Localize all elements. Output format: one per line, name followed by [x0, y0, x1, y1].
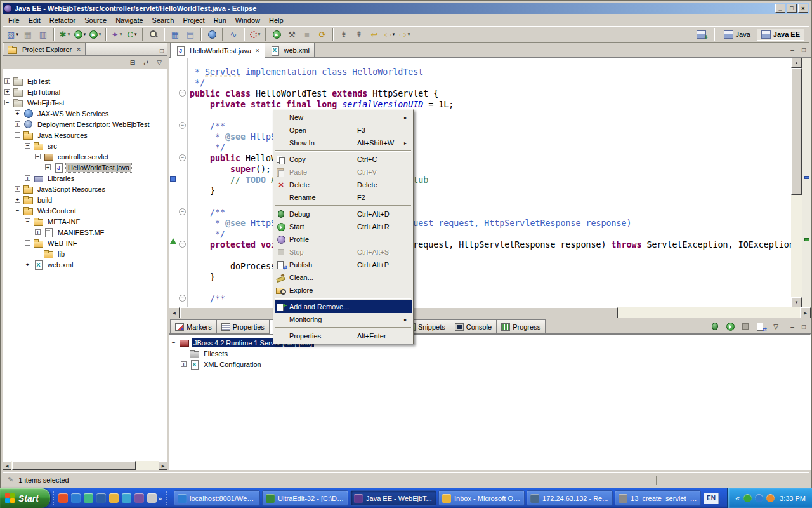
- menu-item-new[interactable]: New▸: [275, 111, 412, 124]
- menu-item-show-in[interactable]: Show InAlt+Shift+W▸: [275, 137, 412, 149]
- toolbar-ant-build-button[interactable]: ⚒: [284, 27, 299, 41]
- expand-plus-icon[interactable]: +: [15, 197, 20, 203]
- menu-item-delete[interactable]: DeleteDelete: [275, 178, 412, 191]
- editor-tab-helloworldtest-java[interactable]: JHelloWorldTest.java✕: [170, 43, 265, 58]
- expand-plus-icon[interactable]: +: [45, 164, 51, 170]
- volume-icon[interactable]: [766, 494, 775, 502]
- menubar-file[interactable]: File: [4, 15, 24, 25]
- editor-hscrollbar[interactable]: ◀ ▶: [169, 307, 811, 318]
- server-item-filesets[interactable]: Filesets: [169, 348, 810, 359]
- scroll-up-icon[interactable]: ▲: [791, 58, 802, 68]
- start-button[interactable]: Start: [0, 488, 50, 508]
- menubar-help[interactable]: Help: [265, 15, 288, 25]
- toolbar-forward-button[interactable]: ⇨▾: [397, 27, 412, 41]
- servers-stop-server-button[interactable]: [738, 321, 752, 332]
- quick-launch-globe-icon[interactable]: [122, 493, 131, 503]
- taskbar-task-ultraedit-32-c-do[interactable]: UltraEdit-32 - [C:\Do...: [262, 490, 348, 506]
- taskbar-task-13-create-servlet-fi[interactable]: 13_create_servlet_fi...: [615, 490, 701, 506]
- quick-launch-desktop-icon[interactable]: [147, 493, 157, 503]
- minimize-editor-button[interactable]: –: [787, 44, 798, 55]
- explorer-item-helloworldtest-java[interactable]: +JHelloWorldTest.java: [3, 162, 167, 173]
- toolbar-last-edit-location-button[interactable]: ↩: [367, 27, 382, 41]
- editor-vscrollbar[interactable]: ▲ ▼: [791, 58, 802, 307]
- menubar-window[interactable]: Window: [231, 15, 265, 25]
- view-tab-markers[interactable]: Markers: [170, 319, 217, 333]
- maximize-view-button[interactable]: □: [798, 321, 809, 331]
- menubar-edit[interactable]: Edit: [24, 15, 45, 25]
- taskbar-task-localhost-8081-web[interactable]: localhost:8081/Web...: [174, 490, 260, 506]
- menu-item-clean[interactable]: Clean...: [275, 271, 412, 284]
- view-menu-button[interactable]: ▽: [154, 57, 165, 67]
- taskbar-handle[interactable]: [53, 491, 56, 505]
- menubar-navigate[interactable]: Navigate: [111, 15, 147, 25]
- explorer-item-manifest-mf[interactable]: +MANIFEST.MF: [3, 227, 167, 237]
- close-tab-icon[interactable]: ✕: [255, 48, 260, 54]
- project-explorer-tab[interactable]: Project Explorer ✕: [4, 43, 86, 55]
- menubar-run[interactable]: Run: [209, 15, 231, 25]
- toolbar-new-web-component-button[interactable]: ✦▾: [109, 27, 124, 41]
- toolbar-back-button[interactable]: ⇦▾: [382, 27, 397, 41]
- quick-launch-folder-icon[interactable]: [109, 493, 119, 503]
- collapse-minus-icon[interactable]: −: [15, 132, 20, 138]
- taskbar-handle[interactable]: [166, 491, 169, 505]
- collapse-minus-icon[interactable]: −: [4, 100, 10, 105]
- expand-plus-icon[interactable]: +: [25, 262, 30, 267]
- quick-launch-internet-explorer-icon[interactable]: [71, 493, 81, 503]
- expand-plus-icon[interactable]: +: [4, 89, 10, 95]
- expand-plus-icon[interactable]: +: [25, 175, 30, 181]
- menu-item-explore[interactable]: Explore: [275, 284, 412, 297]
- fold-collapse-icon[interactable]: −: [179, 154, 186, 161]
- servers-start-server-button[interactable]: [723, 321, 737, 332]
- explorer-item-java-resources[interactable]: −Java Resources: [3, 130, 167, 140]
- expand-plus-icon[interactable]: +: [15, 121, 20, 127]
- explorer-item-webcontent[interactable]: −WebContent: [3, 205, 167, 216]
- tray-chevron-icon[interactable]: «: [735, 494, 740, 503]
- toolbar-new-wizard-button[interactable]: ▧▾: [5, 27, 20, 41]
- toolbar-stop-server-button[interactable]: ■: [299, 27, 315, 41]
- servers-publish-server-button[interactable]: [754, 321, 768, 332]
- menubar-search[interactable]: Search: [148, 15, 179, 25]
- menu-item-paste[interactable]: PasteCtrl+V: [275, 166, 412, 178]
- collapse-all-button[interactable]: ⊟: [127, 57, 138, 67]
- quick-launch-browser-icon[interactable]: [58, 493, 68, 503]
- toolbar-save-button[interactable]: ▦: [20, 27, 36, 41]
- toolbar-next-annotation-button[interactable]: ⇟: [336, 27, 351, 41]
- view-tab-progress[interactable]: Progress: [496, 319, 546, 333]
- menu-item-add-and-remove[interactable]: Add and Remove...: [275, 300, 412, 313]
- fold-collapse-icon[interactable]: −: [179, 295, 186, 302]
- menubar-refactor[interactable]: Refactor: [45, 15, 81, 25]
- menu-item-stop[interactable]: StopCtrl+Alt+S: [275, 246, 412, 258]
- toolbar-refresh-button[interactable]: ⟳: [315, 27, 330, 41]
- menubar-project[interactable]: Project: [178, 15, 209, 25]
- server-item-jboss-4-2-runtime-1-server-stopped[interactable]: −JBoss 4.2 Runtime 1 Server [Stopped]: [169, 337, 810, 348]
- expand-plus-icon[interactable]: +: [4, 78, 10, 84]
- toolbar-web-browser-button[interactable]: [204, 27, 219, 41]
- explorer-item-meta-inf[interactable]: −META-INF: [3, 216, 167, 227]
- collapse-minus-icon[interactable]: −: [35, 154, 41, 159]
- toolbar-show-grid-button[interactable]: ▤: [183, 27, 198, 41]
- toolbar-run-button[interactable]: ▶▾: [72, 27, 88, 41]
- scroll-down-icon[interactable]: ▼: [791, 297, 802, 307]
- title-bar[interactable]: Java EE - WebEjbTest/src/controller/serv…: [3, 3, 809, 14]
- menu-item-properties[interactable]: PropertiesAlt+Enter: [275, 330, 412, 342]
- toolbar-print-button[interactable]: ▥: [36, 27, 51, 41]
- link-with-editor-button[interactable]: ⇄: [140, 57, 152, 67]
- toolbar-connect-button[interactable]: ∿: [226, 27, 241, 41]
- scroll-left-icon[interactable]: ◀: [3, 461, 11, 470]
- scrollbar-thumb[interactable]: [12, 461, 136, 470]
- language-indicator[interactable]: EN: [704, 493, 719, 504]
- fold-collapse-icon[interactable]: −: [179, 241, 186, 248]
- explorer-item-jax-ws-web-services[interactable]: +JAX-WS Web Services: [3, 108, 167, 119]
- taskbar-task-inbox-microsoft-ou[interactable]: Inbox - Microsoft Ou...: [438, 490, 525, 506]
- maximize-editor-button[interactable]: □: [798, 44, 809, 55]
- scrollbar-thumb[interactable]: [791, 68, 802, 195]
- explorer-item-src[interactable]: −src: [3, 140, 167, 151]
- fold-collapse-icon[interactable]: −: [179, 208, 186, 215]
- toolbar-show-table-button[interactable]: ▦: [167, 27, 183, 41]
- scroll-right-icon[interactable]: ▶: [800, 307, 811, 318]
- menu-item-monitoring[interactable]: Monitoring▸: [275, 313, 412, 326]
- quick-launch-messenger-icon[interactable]: [84, 493, 93, 503]
- taskbar-task-java-ee-webejbt[interactable]: Java EE - WebEjbT...: [350, 490, 436, 506]
- toolbar-search-button[interactable]: [146, 27, 161, 41]
- close-button[interactable]: ×: [798, 4, 808, 13]
